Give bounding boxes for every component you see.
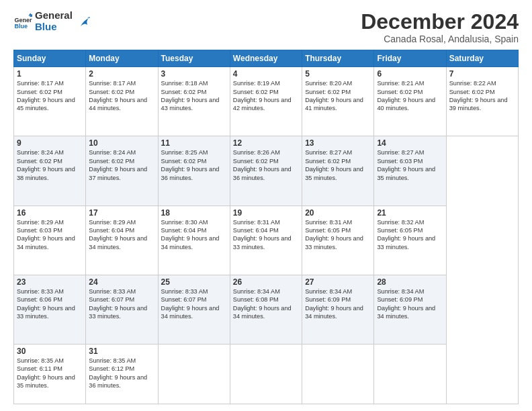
calendar-cell: 18Sunrise: 8:30 AMSunset: 6:04 PMDayligh… [158,205,230,275]
day-header-monday: Monday [86,50,158,67]
logo-general: General [35,10,73,21]
day-info: Sunrise: 8:31 AMSunset: 6:05 PMDaylight:… [305,218,371,252]
day-number: 31 [89,347,154,356]
page: General Blue General Blue December 2024 … [0,0,532,411]
calendar-cell: 16Sunrise: 8:29 AMSunset: 6:03 PMDayligh… [14,205,86,275]
calendar-cell [302,344,374,404]
day-number: 13 [305,138,371,148]
day-number: 4 [233,69,299,79]
day-info: Sunrise: 8:17 AMSunset: 6:02 PMDaylight:… [89,79,154,113]
day-number: 9 [17,138,83,148]
day-number: 12 [233,138,299,148]
day-info: Sunrise: 8:34 AMSunset: 6:08 PMDaylight:… [233,287,299,321]
day-info: Sunrise: 8:35 AMSunset: 6:12 PMDaylight:… [89,357,154,390]
day-number: 18 [161,208,227,218]
logo: General Blue General Blue [13,10,90,32]
calendar-cell: 31Sunrise: 8:35 AMSunset: 6:12 PMDayligh… [86,344,158,404]
day-info: Sunrise: 8:27 AMSunset: 6:03 PMDaylight:… [377,148,443,182]
day-info: Sunrise: 8:24 AMSunset: 6:02 PMDaylight:… [89,148,154,182]
title-block: December 2024 Canada Rosal, Andalusia, S… [361,10,519,44]
day-info: Sunrise: 8:34 AMSunset: 6:09 PMDaylight:… [305,287,371,321]
day-number: 17 [89,208,154,218]
calendar-cell: 4Sunrise: 8:19 AMSunset: 6:02 PMDaylight… [230,67,302,136]
day-number: 10 [89,138,154,148]
calendar-cell: 6Sunrise: 8:21 AMSunset: 6:02 PMDaylight… [374,67,446,136]
calendar-week-3: 16Sunrise: 8:29 AMSunset: 6:03 PMDayligh… [14,205,519,275]
calendar-cell: 28Sunrise: 8:34 AMSunset: 6:09 PMDayligh… [374,275,446,344]
calendar-week-5: 30Sunrise: 8:35 AMSunset: 6:11 PMDayligh… [14,344,519,404]
day-info: Sunrise: 8:30 AMSunset: 6:04 PMDaylight:… [161,218,227,252]
calendar-cell: 2Sunrise: 8:17 AMSunset: 6:02 PMDaylight… [86,67,158,136]
calendar-cell: 9Sunrise: 8:24 AMSunset: 6:02 PMDaylight… [14,136,86,205]
calendar-cell: 12Sunrise: 8:26 AMSunset: 6:02 PMDayligh… [230,136,302,205]
logo-icon: General Blue [13,12,32,31]
calendar-cell: 10Sunrise: 8:24 AMSunset: 6:02 PMDayligh… [86,136,158,205]
day-number: 6 [377,69,443,79]
calendar-cell: 3Sunrise: 8:18 AMSunset: 6:02 PMDaylight… [158,67,230,136]
calendar-cell [374,344,446,404]
day-header-wednesday: Wednesday [230,50,302,67]
day-info: Sunrise: 8:29 AMSunset: 6:03 PMDaylight:… [17,218,83,252]
day-info: Sunrise: 8:25 AMSunset: 6:02 PMDaylight:… [161,148,227,182]
day-number: 11 [161,138,227,148]
day-number: 21 [377,208,443,218]
day-info: Sunrise: 8:33 AMSunset: 6:07 PMDaylight:… [161,287,227,321]
calendar-week-1: 1Sunrise: 8:17 AMSunset: 6:02 PMDaylight… [14,67,519,136]
day-number: 23 [17,277,83,287]
day-header-tuesday: Tuesday [158,50,230,67]
calendar-cell: 21Sunrise: 8:32 AMSunset: 6:05 PMDayligh… [374,205,446,275]
calendar-cell: 24Sunrise: 8:33 AMSunset: 6:07 PMDayligh… [86,275,158,344]
day-info: Sunrise: 8:33 AMSunset: 6:06 PMDaylight:… [17,287,83,321]
calendar-cell: 27Sunrise: 8:34 AMSunset: 6:09 PMDayligh… [302,275,374,344]
day-number: 5 [305,69,371,79]
svg-text:Blue: Blue [14,22,28,29]
calendar-cell: 25Sunrise: 8:33 AMSunset: 6:07 PMDayligh… [158,275,230,344]
day-header-thursday: Thursday [302,50,374,67]
day-number: 1 [17,69,83,79]
calendar-week-2: 9Sunrise: 8:24 AMSunset: 6:02 PMDaylight… [14,136,519,205]
day-info: Sunrise: 8:22 AMSunset: 6:02 PMDaylight:… [449,79,515,113]
day-number: 27 [305,277,371,287]
day-info: Sunrise: 8:21 AMSunset: 6:02 PMDaylight:… [377,79,443,113]
location: Canada Rosal, Andalusia, Spain [361,34,519,44]
day-info: Sunrise: 8:31 AMSunset: 6:04 PMDaylight:… [233,218,299,252]
day-number: 7 [449,69,515,79]
calendar-cell: 7Sunrise: 8:22 AMSunset: 6:02 PMDaylight… [446,67,518,136]
calendar-cell [158,344,230,404]
day-number: 3 [161,69,227,79]
day-number: 26 [233,277,299,287]
logo-bird-icon [75,14,90,29]
calendar-cell: 30Sunrise: 8:35 AMSunset: 6:11 PMDayligh… [14,344,86,404]
day-info: Sunrise: 8:26 AMSunset: 6:02 PMDaylight:… [233,148,299,182]
day-info: Sunrise: 8:32 AMSunset: 6:05 PMDaylight:… [377,218,443,252]
day-info: Sunrise: 8:29 AMSunset: 6:04 PMDaylight:… [89,218,154,252]
day-info: Sunrise: 8:18 AMSunset: 6:02 PMDaylight:… [161,79,227,113]
calendar-cell: 17Sunrise: 8:29 AMSunset: 6:04 PMDayligh… [86,205,158,275]
calendar-week-4: 23Sunrise: 8:33 AMSunset: 6:06 PMDayligh… [14,275,519,344]
calendar-cell: 1Sunrise: 8:17 AMSunset: 6:02 PMDaylight… [14,67,86,136]
day-info: Sunrise: 8:33 AMSunset: 6:07 PMDaylight:… [89,287,154,321]
header: General Blue General Blue December 2024 … [13,10,519,44]
day-info: Sunrise: 8:17 AMSunset: 6:02 PMDaylight:… [17,79,83,113]
calendar-cell: 23Sunrise: 8:33 AMSunset: 6:06 PMDayligh… [14,275,86,344]
calendar-cell: 13Sunrise: 8:27 AMSunset: 6:02 PMDayligh… [302,136,374,205]
calendar-header-row: SundayMondayTuesdayWednesdayThursdayFrid… [14,50,519,67]
day-number: 16 [17,208,83,218]
calendar-table: SundayMondayTuesdayWednesdayThursdayFrid… [13,50,519,404]
day-info: Sunrise: 8:27 AMSunset: 6:02 PMDaylight:… [305,148,371,182]
day-number: 25 [161,277,227,287]
day-number: 24 [89,277,154,287]
day-info: Sunrise: 8:20 AMSunset: 6:02 PMDaylight:… [305,79,371,113]
day-info: Sunrise: 8:34 AMSunset: 6:09 PMDaylight:… [377,287,443,321]
calendar-cell: 19Sunrise: 8:31 AMSunset: 6:04 PMDayligh… [230,205,302,275]
logo-blue: Blue [35,21,73,33]
calendar-cell: 26Sunrise: 8:34 AMSunset: 6:08 PMDayligh… [230,275,302,344]
calendar-cell [230,344,302,404]
day-number: 2 [89,69,154,79]
calendar-cell: 14Sunrise: 8:27 AMSunset: 6:03 PMDayligh… [374,136,446,205]
day-info: Sunrise: 8:24 AMSunset: 6:02 PMDaylight:… [17,148,83,182]
month-title: December 2024 [361,10,519,34]
day-info: Sunrise: 8:19 AMSunset: 6:02 PMDaylight:… [233,79,299,113]
day-number: 28 [377,277,443,287]
day-number: 20 [305,208,371,218]
